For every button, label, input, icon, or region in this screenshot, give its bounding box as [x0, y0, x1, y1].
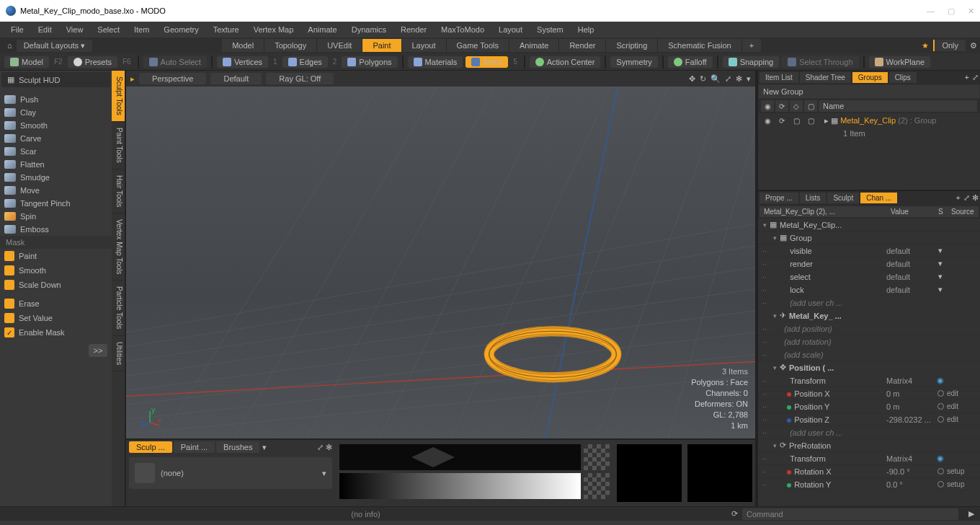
rtab-clips[interactable]: Clips: [889, 72, 917, 83]
tab-paint[interactable]: Paint: [362, 39, 401, 52]
polygons-button[interactable]: Polygons: [342, 56, 397, 68]
mask-scaledown[interactable]: Scale Down: [0, 278, 112, 292]
ch-addpos[interactable]: ··(add position): [758, 322, 980, 335]
mask-setvalue[interactable]: Set Value: [0, 311, 112, 325]
ch-addch[interactable]: ··(add user ch ...: [758, 296, 980, 309]
ch-prerot[interactable]: ▾⟳PreRotation: [758, 439, 980, 452]
tab-gametools[interactable]: Game Tools: [447, 39, 510, 52]
menu-animate[interactable]: Animate: [301, 24, 343, 35]
autoselect-button[interactable]: Auto Select: [143, 56, 207, 68]
chevron-down-icon[interactable]: ▾: [262, 443, 267, 452]
presets-button[interactable]: Presets: [68, 56, 117, 68]
rtab-channels[interactable]: Chan ...: [860, 193, 897, 203]
new-group-button[interactable]: New Group: [759, 85, 979, 98]
rtab-properties[interactable]: Prope ...: [760, 193, 798, 203]
menu-geometry[interactable]: Geometry: [157, 24, 205, 35]
close-button[interactable]: ✕: [968, 6, 974, 16]
ch-group[interactable]: ▾▦Group: [758, 231, 980, 244]
command-input[interactable]: Command: [742, 508, 958, 520]
ch-lock[interactable]: ··lockdefault▾: [758, 283, 980, 296]
chevron-down-icon[interactable]: ▾: [747, 74, 751, 84]
sculpt-hud-button[interactable]: ▦ Sculpt HUD: [1, 72, 110, 87]
ch-addrot[interactable]: ··(add rotation): [758, 335, 980, 348]
tab-schematic[interactable]: Schematic Fusion: [658, 39, 741, 52]
model-mode-button[interactable]: Model: [4, 56, 49, 68]
expand-icon[interactable]: ⤢ ✻: [963, 193, 979, 203]
fit-icon[interactable]: ⤢: [725, 74, 731, 84]
maximize-button[interactable]: ▢: [948, 6, 955, 16]
vtab-particle[interactable]: Particle Tools: [112, 281, 125, 335]
run-command-icon[interactable]: ▶: [963, 509, 980, 519]
rotate-icon[interactable]: ↻: [700, 74, 706, 84]
mask-smooth[interactable]: Smooth: [0, 263, 112, 278]
tab-scripting[interactable]: Scripting: [606, 39, 658, 52]
tab-layout[interactable]: Layout: [402, 39, 447, 52]
add-icon[interactable]: +: [965, 73, 969, 82]
add-icon[interactable]: +: [956, 193, 961, 203]
tool-tangentpinch[interactable]: Tangent Pinch: [0, 197, 112, 210]
vtab-hair[interactable]: Hair Tools: [112, 169, 125, 213]
snapping-button[interactable]: Snapping: [723, 56, 780, 68]
ch-posz[interactable]: ··Position Z-298.0232 ...edit: [758, 413, 980, 426]
vtab-utilities[interactable]: Utilities: [112, 336, 125, 371]
ch-posx[interactable]: ··Position X0 medit: [758, 387, 980, 400]
vtab-paint[interactable]: Paint Tools: [112, 122, 125, 169]
gradient-bar-2[interactable]: [339, 473, 581, 499]
gradient-bar-1[interactable]: [339, 444, 581, 470]
tool-spin[interactable]: Spin: [0, 210, 112, 223]
group-item[interactable]: ◉⟳▢▢ ▸ ▦ Metal_Key_Clip (2) : Group: [758, 113, 980, 128]
ch-position[interactable]: ▾✥Position ( ...: [758, 361, 980, 374]
view-default[interactable]: Default: [210, 73, 262, 84]
rtab-itemlist[interactable]: Item List: [760, 72, 798, 83]
tool-smooth[interactable]: Smooth: [0, 119, 112, 132]
home-icon[interactable]: ⌂: [3, 41, 17, 50]
gear-icon[interactable]: ⚙: [970, 41, 977, 50]
vertices-button[interactable]: Vertices: [217, 56, 268, 68]
menu-maxtomodo[interactable]: MaxToModo: [435, 24, 491, 35]
checker-thumb-2[interactable]: [584, 473, 610, 499]
menu-layout[interactable]: Layout: [492, 24, 529, 35]
menu-texture[interactable]: Texture: [207, 24, 246, 35]
falloff-button[interactable]: Falloff: [668, 56, 713, 68]
ch-transform2[interactable]: ··TransformMatrix4◉: [758, 452, 980, 465]
rtab-groups[interactable]: Groups: [852, 72, 888, 83]
only-button[interactable]: Only: [933, 40, 966, 51]
col-icon[interactable]: ◇: [790, 100, 803, 112]
viewport-3d[interactable]: xyz 3 Items Polygons : Face Channels: 0 …: [126, 87, 755, 438]
items-button[interactable]: Items: [466, 56, 508, 68]
ch-addscl[interactable]: ··(add scale): [758, 348, 980, 361]
ch-render[interactable]: ··renderdefault▾: [758, 257, 980, 270]
vtab-vertexmap[interactable]: Vertex Map Tools: [112, 213, 125, 281]
workplane-button[interactable]: WorkPlane: [869, 56, 931, 68]
link-icon[interactable]: ⟳: [775, 100, 788, 112]
viewport-options-icon[interactable]: ▸: [130, 74, 135, 84]
preset-selector[interactable]: (none) ▾: [129, 457, 332, 489]
view-raygl[interactable]: Ray GL: Off: [266, 73, 334, 84]
tool-push[interactable]: Push: [0, 93, 112, 106]
rtab-sculpt[interactable]: Sculpt: [827, 193, 859, 203]
menu-dynamics[interactable]: Dynamics: [345, 24, 393, 35]
rtab-shadertree[interactable]: Shader Tree: [800, 72, 851, 83]
tab-topology[interactable]: Topology: [264, 39, 317, 52]
mask-paint[interactable]: Paint: [0, 249, 112, 263]
eye-icon[interactable]: ◉: [761, 100, 774, 112]
tool-flatten[interactable]: Flatten: [0, 158, 112, 171]
menu-view[interactable]: View: [60, 24, 90, 35]
menu-render[interactable]: Render: [394, 24, 433, 35]
tool-move[interactable]: Move: [0, 184, 112, 197]
tab-model[interactable]: Model: [222, 39, 264, 52]
add-tab-button[interactable]: +: [742, 39, 761, 52]
checker-thumb-1[interactable]: [584, 444, 610, 470]
col-icon[interactable]: ▢: [804, 100, 817, 112]
menu-file[interactable]: File: [4, 24, 30, 35]
tab-render[interactable]: Render: [559, 39, 606, 52]
menu-select[interactable]: Select: [91, 24, 126, 35]
command-icon[interactable]: ⟳: [731, 509, 738, 519]
tool-smudge[interactable]: Smudge: [0, 171, 112, 184]
btab-paint[interactable]: Paint ...: [174, 441, 215, 453]
btab-brushes[interactable]: Brushes: [216, 441, 259, 453]
menu-vertexmap[interactable]: Vertex Map: [247, 24, 300, 35]
expand-icon[interactable]: ⤢ ✻: [317, 443, 332, 452]
ch-roty[interactable]: ··Rotation Y0.0 °setup: [758, 478, 980, 491]
chevron-down-icon[interactable]: ▾: [322, 469, 326, 478]
